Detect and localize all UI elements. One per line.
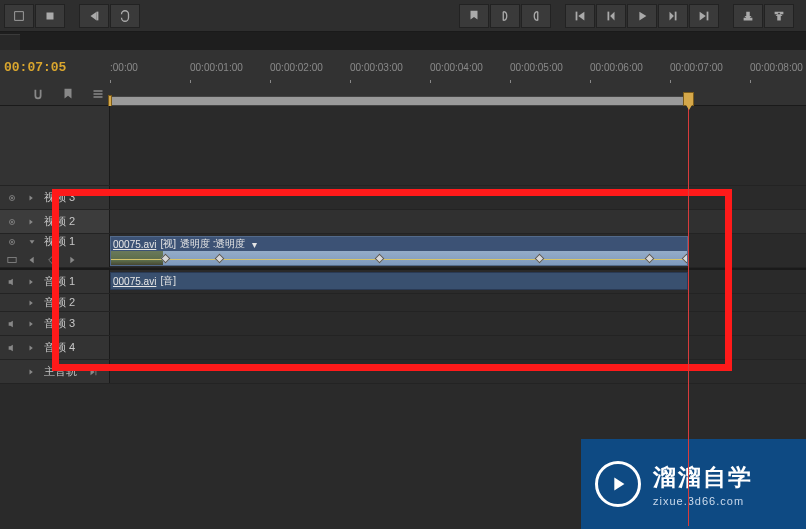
expand-track-icon[interactable] bbox=[24, 274, 40, 290]
svg-point-10 bbox=[11, 241, 13, 243]
set-display-style-icon[interactable] bbox=[4, 252, 20, 268]
track-video-3: 视频 3 bbox=[0, 186, 806, 210]
mark-out-button[interactable] bbox=[521, 4, 551, 28]
track-label: 音频 3 bbox=[44, 316, 75, 331]
svg-rect-11 bbox=[8, 257, 16, 262]
ruler-mark: 00:00:01:00 bbox=[190, 62, 243, 73]
ruler-mark: 00:00:08:00 bbox=[750, 62, 803, 73]
btn-left-2[interactable] bbox=[35, 4, 65, 28]
watermark: 溜溜自学 zixue.3d66.com bbox=[581, 439, 806, 529]
track-video-2: 视频 2 bbox=[0, 210, 806, 234]
empty-space bbox=[0, 106, 806, 186]
current-time-display[interactable]: 00:07:05 bbox=[4, 60, 66, 75]
timeline-header: 00:07:05 :00:0000:00:01:0000:00:02:0000:… bbox=[0, 50, 806, 106]
play-button[interactable] bbox=[627, 4, 657, 28]
svg-point-6 bbox=[11, 197, 13, 199]
track-label: 音频 2 bbox=[44, 295, 75, 310]
track-audio-4: 音频 4 bbox=[0, 336, 806, 360]
toggle-output-icon[interactable] bbox=[4, 234, 20, 250]
svg-rect-0 bbox=[97, 11, 99, 20]
audio-1-lane[interactable]: 00075.avi[音] bbox=[110, 270, 806, 293]
dropdown-icon[interactable]: ▾ bbox=[252, 239, 257, 250]
ruler-mark: 00:00:05:00 bbox=[510, 62, 563, 73]
track-label: 主音轨 bbox=[44, 364, 77, 379]
sequence-tab[interactable] bbox=[0, 34, 20, 50]
expand-track-icon[interactable] bbox=[24, 364, 40, 380]
extract-button[interactable] bbox=[764, 4, 794, 28]
ruler-mark: :00:00 bbox=[110, 62, 138, 73]
mute-icon[interactable] bbox=[4, 274, 20, 290]
mute-icon[interactable] bbox=[4, 316, 20, 332]
prev-keyframe-icon[interactable] bbox=[24, 252, 40, 268]
ruler-mark: 00:00:03:00 bbox=[350, 62, 403, 73]
clip-effect: 透明度 :透明度 bbox=[180, 237, 246, 251]
expand-track-icon[interactable] bbox=[24, 190, 40, 206]
mute-icon[interactable] bbox=[4, 295, 20, 311]
track-label: 音频 1 bbox=[44, 274, 75, 289]
track-label: 音频 4 bbox=[44, 340, 75, 355]
svg-rect-4 bbox=[707, 11, 709, 20]
expand-track-icon[interactable] bbox=[24, 295, 40, 311]
clip-name: 00075.avi bbox=[113, 276, 156, 287]
time-ruler[interactable]: :00:0000:00:01:0000:00:02:0000:00:03:000… bbox=[110, 62, 806, 80]
track-label: 视频 2 bbox=[44, 214, 75, 229]
snap-icon[interactable] bbox=[30, 86, 46, 102]
toggle-output-icon[interactable] bbox=[4, 214, 20, 230]
expand-track-icon[interactable] bbox=[24, 340, 40, 356]
track-audio-3: 音频 3 bbox=[0, 312, 806, 336]
sequence-tab-row bbox=[0, 32, 806, 50]
btn-loop[interactable] bbox=[110, 4, 140, 28]
svg-point-8 bbox=[11, 221, 13, 223]
mute-icon[interactable] bbox=[4, 340, 20, 356]
step-forward-button[interactable] bbox=[658, 4, 688, 28]
watermark-play-icon bbox=[595, 461, 641, 507]
ruler-mark: 00:00:07:00 bbox=[670, 62, 723, 73]
keyframe-diamond-icon[interactable] bbox=[44, 252, 60, 268]
ruler-mark: 00:00:04:00 bbox=[430, 62, 483, 73]
keyframe-diamond[interactable] bbox=[375, 254, 385, 264]
settings-icon[interactable] bbox=[90, 86, 106, 102]
video-clip[interactable]: 00075.avi[视]透明度 :透明度▾ bbox=[110, 236, 688, 266]
keyframe-diamond[interactable] bbox=[645, 254, 655, 264]
keyframe-diamond[interactable] bbox=[682, 254, 688, 264]
keyframe-diamond[interactable] bbox=[535, 254, 545, 264]
track-label: 视频 3 bbox=[44, 190, 75, 205]
ruler-mark: 00:00:06:00 bbox=[590, 62, 643, 73]
track-master: 主音轨 bbox=[0, 360, 806, 384]
video-1-lane[interactable]: 00075.avi[视]透明度 :透明度▾ bbox=[110, 234, 806, 267]
go-to-in-button[interactable] bbox=[565, 4, 595, 28]
keyframe-diamond[interactable] bbox=[215, 254, 225, 264]
svg-rect-3 bbox=[675, 11, 677, 20]
btn-shuttle-left[interactable] bbox=[79, 4, 109, 28]
toggle-output-icon[interactable] bbox=[4, 190, 20, 206]
svg-rect-1 bbox=[576, 11, 578, 20]
svg-rect-2 bbox=[608, 11, 610, 20]
add-marker-button[interactable] bbox=[459, 4, 489, 28]
watermark-title: 溜溜自学 bbox=[653, 462, 753, 493]
clip-name: 00075.avi bbox=[113, 239, 156, 250]
expand-track-icon[interactable] bbox=[24, 316, 40, 332]
expand-track-icon[interactable] bbox=[24, 214, 40, 230]
clip-tag: [音] bbox=[160, 274, 176, 288]
next-keyframe-icon[interactable] bbox=[64, 252, 80, 268]
output-icon[interactable] bbox=[85, 364, 101, 380]
track-audio-1: 音频 1 00075.avi[音] bbox=[0, 270, 806, 294]
playhead-handle[interactable] bbox=[683, 92, 694, 106]
collapse-track-icon[interactable] bbox=[24, 234, 40, 250]
mark-in-button[interactable] bbox=[490, 4, 520, 28]
btn-left-1[interactable] bbox=[4, 4, 34, 28]
opacity-rubber-band[interactable] bbox=[111, 259, 687, 260]
transport-toolbar bbox=[0, 0, 806, 32]
track-video-1: 视频 1 00075.avi[视]透明度 :透明度▾ bbox=[0, 234, 806, 268]
lift-button[interactable] bbox=[733, 4, 763, 28]
watermark-url: zixue.3d66.com bbox=[653, 495, 753, 507]
clip-tag: [视] bbox=[160, 237, 176, 251]
audio-clip[interactable]: 00075.avi[音] bbox=[110, 272, 688, 290]
go-to-out-button[interactable] bbox=[689, 4, 719, 28]
track-label: 视频 1 bbox=[44, 234, 75, 249]
marker-icon[interactable] bbox=[60, 86, 76, 102]
track-audio-2: 音频 2 bbox=[0, 294, 806, 312]
step-back-button[interactable] bbox=[596, 4, 626, 28]
ruler-mark: 00:00:02:00 bbox=[270, 62, 323, 73]
